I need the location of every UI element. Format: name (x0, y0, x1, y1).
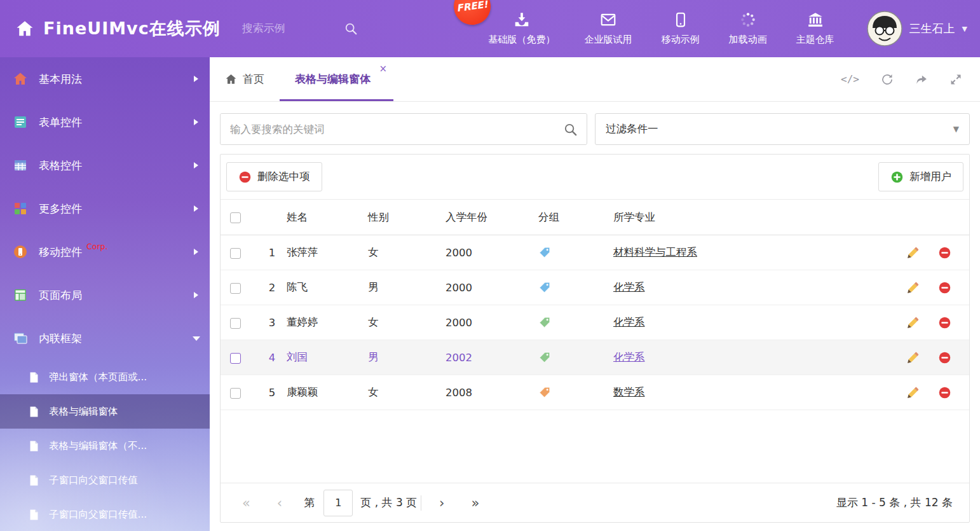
header-search-input[interactable] (242, 22, 337, 35)
nav-item-basic-edition[interactable]: FREE! 基础版（免费） (474, 11, 570, 46)
edit-row-button[interactable] (906, 281, 920, 294)
group-tag-icon (538, 351, 551, 364)
caret-down-icon: ▼ (953, 125, 959, 134)
cell-name: 张萍萍 (287, 235, 368, 270)
prev-page-button[interactable]: ‹ (272, 495, 287, 511)
table-row[interactable]: 5 康颖颖 女 2008 数学系 (221, 375, 969, 410)
col-header-group[interactable]: 分组 (538, 200, 613, 235)
table-row-selected[interactable]: 4 刘国 男 2002 化学系 (221, 340, 969, 375)
sidebar-item-basic-usage[interactable]: 基本用法 (0, 57, 210, 100)
sidebar-subitem-child-to-parent-2[interactable]: 子窗口向父窗口传值... (0, 497, 210, 531)
home-icon[interactable] (15, 19, 34, 38)
page-number-input[interactable] (323, 490, 353, 516)
form-icon (13, 114, 28, 130)
filter-dropdown[interactable]: 过滤条件一 ▼ (595, 113, 970, 145)
edit-row-button[interactable] (906, 386, 920, 399)
delete-row-button[interactable] (938, 351, 951, 364)
first-page-button[interactable]: « (237, 495, 255, 511)
edit-row-button[interactable] (906, 246, 920, 259)
user-menu[interactable]: 三生石上 ▼ (867, 11, 967, 46)
fullscreen-icon[interactable] (949, 73, 962, 86)
nav-item-mobile-demo[interactable]: 移动示例 (647, 11, 714, 46)
view-source-icon[interactable]: </> (841, 73, 859, 85)
cell-year: 2008 (446, 375, 538, 410)
chevron-right-icon (194, 119, 198, 125)
edit-row-button[interactable] (906, 351, 920, 364)
chevron-down-icon (193, 336, 200, 341)
last-page-button[interactable]: » (466, 495, 485, 511)
sidebar-item-label: 内联框架 (39, 331, 82, 346)
nav-label: 主题仓库 (796, 34, 834, 46)
major-link[interactable]: 数学系 (613, 386, 645, 398)
tab-home[interactable]: 首页 (210, 57, 280, 101)
major-link[interactable]: 化学系 (613, 351, 645, 363)
sidebar-item-grid-controls[interactable]: 表格控件 (0, 144, 210, 187)
major-link[interactable]: 材料科学与工程系 (613, 246, 697, 258)
app-root: FineUIMvc在线示例 FREE! 基础版（免费） 企业版试用 移动示例 加… (0, 0, 980, 531)
select-all-checkbox[interactable] (230, 212, 241, 223)
major-link[interactable]: 化学系 (613, 281, 645, 293)
tab-grid-edit-window[interactable]: 表格与编辑窗体 × (280, 57, 393, 101)
sidebar-item-page-layout[interactable]: 页面布局 (0, 273, 210, 317)
col-header-name[interactable]: 姓名 (287, 200, 368, 235)
plus-circle-icon (890, 170, 904, 184)
share-icon[interactable] (915, 73, 928, 86)
row-number: 1 (257, 235, 287, 270)
major-link[interactable]: 化学系 (613, 316, 645, 328)
row-checkbox[interactable] (230, 283, 241, 294)
sidebar-subitem-grid-edit-window[interactable]: 表格与编辑窗体 (0, 394, 210, 429)
minus-circle-icon (938, 246, 951, 259)
sidebar-item-label: 更多控件 (39, 202, 82, 216)
sidebar-subitem-grid-edit-window-2[interactable]: 表格与编辑窗体（不... (0, 429, 210, 463)
nav-item-enterprise-trial[interactable]: 企业版试用 (570, 11, 647, 46)
pencil-icon (906, 281, 920, 294)
pencil-icon (906, 386, 920, 399)
sidebar-item-form-controls[interactable]: 表单控件 (0, 100, 210, 144)
col-header-gender[interactable]: 性别 (368, 200, 446, 235)
group-tag-icon (538, 316, 551, 329)
cell-gender: 女 (368, 375, 446, 410)
sidebar-subitem-popup-window[interactable]: 弹出窗体（本页面或... (0, 360, 210, 394)
sidebar-item-mobile-controls[interactable]: 移动控件 Corp. (0, 230, 210, 273)
file-icon (28, 405, 40, 418)
table-row[interactable]: 3 董婷婷 女 2000 化学系 (221, 305, 969, 340)
table-row[interactable]: 1 张萍萍 女 2000 材料科学与工程系 (221, 235, 969, 270)
keyword-search-input[interactable] (221, 114, 587, 144)
sidebar-item-iframe[interactable]: 内联框架 (0, 317, 210, 360)
sidebar-subitem-label: 子窗口向父窗口传值 (49, 474, 138, 487)
table-row[interactable]: 2 陈飞 男 2000 化学系 (221, 270, 969, 305)
sidebar-item-more-controls[interactable]: 更多控件 (0, 187, 210, 230)
row-checkbox[interactable] (230, 353, 241, 364)
cell-gender: 男 (368, 340, 446, 375)
sidebar-subitem-child-to-parent[interactable]: 子窗口向父窗口传值 (0, 463, 210, 497)
delete-selected-button[interactable]: 删除选中项 (226, 162, 322, 191)
delete-row-button[interactable] (938, 281, 951, 294)
search-icon[interactable] (563, 122, 578, 137)
col-header-year[interactable]: 入学年份 (446, 200, 538, 235)
app-title: FineUIMvc在线示例 (43, 17, 221, 40)
edit-row-button[interactable] (906, 316, 920, 329)
minus-circle-icon (938, 386, 951, 399)
nav-item-theme-repo[interactable]: 主题仓库 (782, 11, 849, 46)
row-checkbox[interactable] (230, 318, 241, 329)
main-content: 首页 表格与编辑窗体 × </> 过滤条件一 ▼ (210, 57, 980, 531)
nav-label: 加载动画 (729, 34, 767, 46)
delete-row-button[interactable] (938, 246, 951, 259)
chevron-right-icon (194, 162, 198, 169)
caret-down-icon: ▼ (962, 25, 967, 33)
sidebar-item-label: 基本用法 (39, 72, 82, 86)
tab-close-icon[interactable]: × (379, 63, 387, 74)
nav-item-loading-animation[interactable]: 加载动画 (714, 11, 782, 46)
col-header-major[interactable]: 所学专业 (613, 200, 898, 235)
next-page-button[interactable]: › (434, 495, 449, 511)
nav-label: 基础版（免费） (489, 34, 555, 46)
row-number: 5 (257, 375, 287, 410)
add-user-button[interactable]: 新增用户 (878, 162, 963, 191)
row-checkbox[interactable] (230, 388, 241, 399)
refresh-icon[interactable] (881, 73, 894, 86)
delete-row-button[interactable] (938, 386, 951, 399)
search-icon[interactable] (344, 22, 358, 36)
delete-row-button[interactable] (938, 316, 951, 329)
row-checkbox[interactable] (230, 248, 241, 259)
tab-label: 首页 (243, 72, 264, 86)
